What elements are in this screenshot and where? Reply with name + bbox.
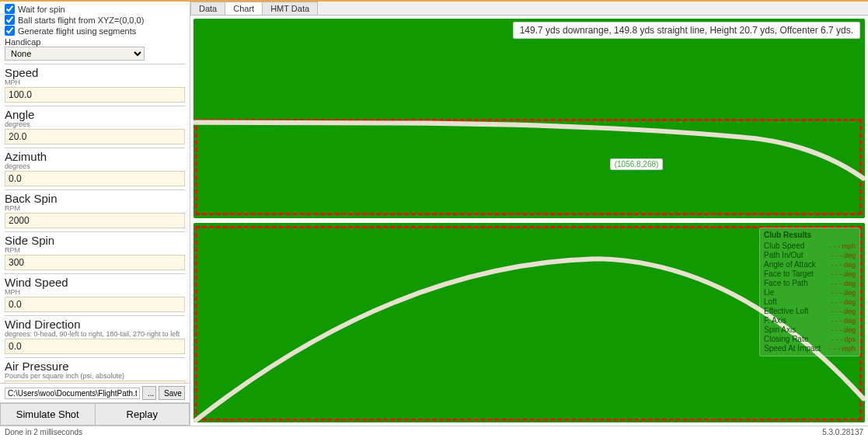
club-result-label: Lie — [764, 288, 774, 297]
tab-hmt-data[interactable]: HMT Data — [262, 2, 318, 15]
club-result-value: - - - deg — [831, 261, 856, 269]
tab-data[interactable]: Data — [190, 2, 225, 15]
speed-unit: MPH — [5, 78, 185, 86]
club-result-value: - - - mph — [829, 242, 856, 250]
side-spin-unit: RPM — [5, 246, 185, 254]
azimuth-unit: degrees — [5, 162, 185, 170]
club-result-row: F. Axis- - - deg — [764, 316, 856, 325]
club-result-value: - - - deg — [831, 308, 856, 315]
angle-input[interactable] — [5, 129, 185, 144]
top-chart-frame — [195, 119, 862, 216]
chart-side-view: Club Results Club Speed- - - mphPath In/… — [193, 223, 865, 422]
club-result-value: - - - dps — [831, 335, 856, 343]
club-result-label: Closing Rate — [764, 335, 808, 343]
checkbox-ball-starts-input[interactable] — [5, 15, 15, 25]
ball-path-top — [193, 19, 865, 218]
club-result-row: Path In/Out- - - deg — [764, 251, 856, 259]
back-spin-label: Back Spin — [5, 192, 185, 205]
club-result-value: - - - deg — [831, 298, 856, 306]
save-button[interactable]: Save — [159, 386, 185, 400]
checkbox-wait-for-spin-label: Wait for spin — [18, 5, 65, 14]
club-result-label: Face to Path — [764, 279, 808, 287]
checkbox-wait-for-spin[interactable]: Wait for spin — [5, 4, 185, 14]
club-result-value: - - - deg — [831, 326, 856, 334]
sidebar: Wait for spin Ball starts flight from XY… — [0, 2, 190, 426]
angle-label: Angle — [5, 108, 185, 121]
club-results-title: Club Results — [764, 231, 856, 239]
wind-speed-input[interactable] — [5, 297, 185, 312]
club-result-label: Club Speed — [764, 242, 804, 250]
club-result-value: - - - deg — [831, 317, 856, 325]
club-result-row: Loft- - - deg — [764, 297, 856, 306]
handicap-label: Handicap — [5, 37, 185, 47]
main-panel: DataChartHMT Data 149.7 yds downrange, 1… — [190, 2, 868, 426]
checkbox-gen-segments-input[interactable] — [5, 26, 15, 36]
side-spin-label: Side Spin — [5, 234, 185, 247]
club-result-label: Path In/Out — [764, 251, 804, 259]
club-result-value: - - - deg — [831, 289, 856, 297]
wind-direction-unit: degrees: 0-head, 90-left to right, 180-t… — [5, 330, 185, 338]
simulate-shot-button[interactable]: Simulate Shot — [0, 403, 96, 426]
checkbox-gen-segments-label: Generate flight using segments — [18, 26, 136, 36]
tab-chart[interactable]: Chart — [225, 2, 263, 15]
wind-direction-label: Wind Direction — [5, 318, 185, 331]
club-result-row: Spin Axis- - - deg — [764, 325, 856, 334]
chart-area: 149.7 yds downrange, 149.8 yds straight … — [190, 16, 868, 426]
club-result-label: Spin Axis — [764, 325, 796, 334]
checkbox-wait-for-spin-input[interactable] — [5, 4, 15, 14]
side-spin-input[interactable] — [5, 255, 185, 270]
club-result-row: Face to Target- - - deg — [764, 269, 856, 278]
wind-direction-input[interactable] — [5, 339, 185, 354]
speed-input[interactable] — [5, 87, 185, 103]
wind-speed-label: Wind Speed — [5, 276, 185, 289]
club-result-value: - - - deg — [831, 252, 856, 259]
air-pressure-unit: Pounds per square inch (psi, absolute) — [5, 372, 185, 380]
azimuth-label: Azimuth — [5, 150, 185, 163]
club-result-label: Effective Loft — [764, 307, 809, 315]
club-result-value: - - - mph — [829, 345, 856, 353]
speed-label: Speed — [5, 66, 185, 79]
chart-top-view: 149.7 yds downrange, 149.8 yds straight … — [193, 19, 865, 218]
status-left: Done in 2 milliseconds — [5, 428, 82, 436]
air-pressure-label: Air Pressure — [5, 360, 185, 373]
angle-unit: degrees — [5, 120, 185, 128]
browse-button[interactable]: ... — [142, 386, 156, 400]
club-result-label: Loft — [764, 297, 777, 306]
checkbox-ball-starts-label: Ball starts flight from XYZ=(0,0,0) — [18, 16, 144, 25]
club-result-row: Effective Loft- - - deg — [764, 307, 856, 315]
cursor-coordinate-tooltip: (1056.8,268) — [610, 158, 664, 170]
replay-button[interactable]: Replay — [96, 403, 190, 426]
flight-summary-banner: 149.7 yds downrange, 149.8 yds straight … — [513, 22, 860, 39]
club-result-row: Closing Rate- - - dps — [764, 335, 856, 343]
status-right: 5.3.0.28137 — [822, 428, 863, 436]
club-result-value: - - - deg — [831, 280, 856, 287]
club-result-value: - - - deg — [831, 270, 856, 278]
status-bar: Done in 2 milliseconds 5.3.0.28137 — [0, 426, 868, 438]
club-result-row: Lie- - - deg — [764, 288, 856, 297]
club-results-panel: Club Results Club Speed- - - mphPath In/… — [759, 228, 860, 356]
club-result-row: Face to Path- - - deg — [764, 279, 856, 287]
azimuth-input[interactable] — [5, 171, 185, 186]
back-spin-unit: RPM — [5, 204, 185, 212]
tabs-row: DataChartHMT Data — [190, 2, 868, 16]
handicap-select[interactable]: None — [5, 47, 145, 61]
club-result-label: Angle of Attack — [764, 260, 816, 269]
club-result-row: Speed At Impact- - - mph — [764, 344, 856, 353]
checkbox-ball-starts[interactable]: Ball starts flight from XYZ=(0,0,0) — [5, 15, 185, 25]
back-spin-input[interactable] — [5, 213, 185, 228]
club-result-row: Angle of Attack- - - deg — [764, 260, 856, 269]
club-result-label: Speed At Impact — [764, 344, 821, 353]
club-result-row: Club Speed- - - mph — [764, 242, 856, 250]
club-result-label: Face to Target — [764, 269, 814, 278]
flightpath-file-input[interactable] — [5, 388, 140, 399]
checkbox-gen-segments[interactable]: Generate flight using segments — [5, 26, 185, 36]
wind-speed-unit: MPH — [5, 288, 185, 296]
club-result-label: F. Axis — [764, 316, 786, 325]
